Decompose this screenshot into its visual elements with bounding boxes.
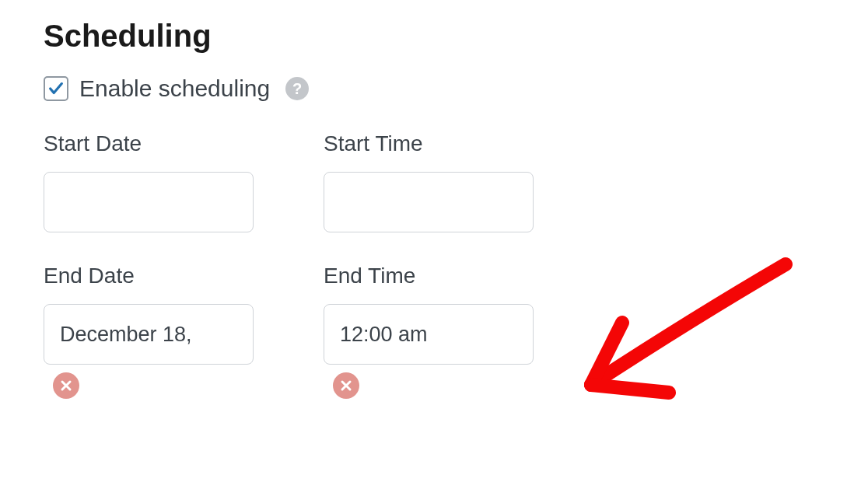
end-date-label: End Date (44, 264, 254, 288)
start-date-input[interactable] (44, 172, 254, 232)
end-time-field-group: End Time (324, 264, 534, 399)
start-time-field-group: Start Time (324, 131, 534, 232)
end-date-input[interactable] (44, 304, 254, 365)
clear-end-time-button[interactable] (333, 372, 359, 399)
start-fields-row: Start Date Start Time (44, 131, 824, 232)
end-time-input[interactable] (324, 304, 534, 365)
enable-scheduling-row: Enable scheduling ? (44, 75, 824, 102)
start-date-label: Start Date (44, 131, 254, 156)
end-date-field-group: End Date (44, 264, 254, 399)
help-icon[interactable]: ? (285, 77, 309, 100)
start-date-field-group: Start Date (44, 131, 254, 232)
end-time-label: End Time (324, 264, 534, 288)
end-fields-row: End Date End Time (44, 264, 824, 399)
start-time-label: Start Time (324, 131, 534, 156)
enable-scheduling-checkbox[interactable] (44, 76, 68, 101)
start-time-input[interactable] (324, 172, 534, 232)
clear-end-date-button[interactable] (53, 372, 79, 399)
close-icon (340, 379, 352, 392)
section-title: Scheduling (44, 19, 824, 54)
enable-scheduling-label: Enable scheduling (79, 75, 270, 102)
check-icon (47, 80, 65, 97)
close-icon (60, 379, 72, 392)
